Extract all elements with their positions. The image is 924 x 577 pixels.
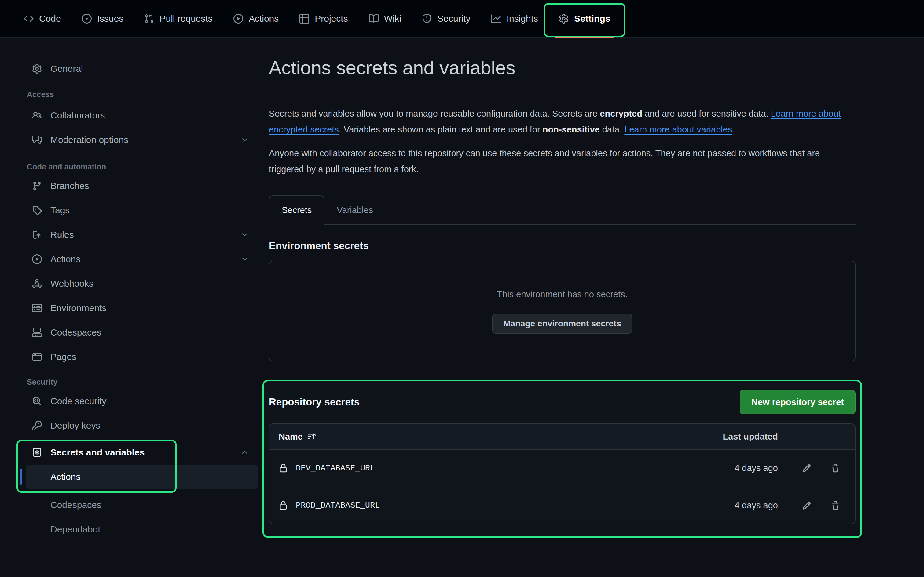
tab-label: Projects [315, 13, 348, 24]
edit-secret-button[interactable] [799, 461, 814, 475]
edit-secret-button[interactable] [799, 498, 814, 513]
tab-code[interactable]: Code [13, 0, 71, 37]
pencil-icon [802, 464, 811, 473]
book-icon [369, 14, 379, 24]
sidebar-item-rules[interactable]: Rules [18, 225, 257, 245]
issue-opened-icon [82, 14, 92, 24]
chevron-up-icon [241, 448, 249, 456]
sidebar-item-branches[interactable]: Branches [18, 176, 257, 196]
sidebar-item-label: Tags [50, 205, 257, 216]
people-icon [32, 111, 42, 120]
tab-label: Settings [574, 13, 610, 24]
sidebar-item-actions[interactable]: Actions [18, 250, 257, 269]
repository-secrets-table: Name Last updated DEV_DATABASE_URL 4 day… [269, 424, 856, 524]
sort-ascending-icon[interactable] [307, 432, 316, 441]
sidebar-item-label: General [50, 63, 257, 74]
sidebar-item-label: Secrets and variables [50, 447, 241, 458]
sidebar-item-label: Environments [50, 303, 257, 313]
page-title: Actions secrets and variables [269, 56, 856, 79]
sidebar-section-security: Security [27, 378, 257, 387]
tab-label: Code [39, 13, 61, 24]
sidebar-item-secrets-and-variables[interactable]: Secrets and variables [18, 443, 257, 462]
key-icon [32, 421, 42, 430]
link-learn-variables[interactable]: Learn more about variables [624, 124, 732, 134]
tab-label: Security [437, 13, 470, 24]
sidebar-item-secrets-codespaces[interactable]: Codespaces [18, 495, 257, 515]
tab-projects[interactable]: Projects [289, 0, 358, 37]
codescan-icon [32, 396, 42, 406]
sidebar-item-label: Webhooks [50, 279, 257, 289]
tab-variables[interactable]: Variables [325, 195, 385, 225]
intro-text: Secrets and variables allow you to manag… [269, 109, 600, 118]
sidebar-divider [18, 372, 250, 372]
sidebar-item-general[interactable]: General [18, 59, 257, 79]
new-repository-secret-button[interactable]: New repository secret [740, 390, 856, 414]
repository-secrets-section: Repository secrets New repository secret… [262, 380, 862, 538]
sidebar-item-secrets-dependabot[interactable]: Dependabot [18, 520, 257, 539]
sidebar-item-secrets-actions[interactable]: Actions [26, 465, 258, 489]
sidebar-item-environments[interactable]: Environments [18, 298, 257, 318]
table-icon [299, 14, 309, 24]
sidebar-item-label: Code security [50, 396, 257, 406]
manage-environment-secrets-button[interactable]: Manage environment secrets [492, 314, 632, 334]
gear-icon [559, 14, 569, 24]
main-content: Actions secrets and variables Secrets an… [269, 52, 856, 538]
browser-icon [32, 352, 42, 362]
title-divider [269, 92, 856, 92]
sidebar-section-access: Access [27, 90, 257, 99]
sidebar-item-label: Codespaces [50, 500, 257, 510]
sidebar-item-moderation-options[interactable]: Moderation options [18, 130, 257, 150]
sidebar-item-label: Dependabot [50, 524, 257, 535]
intro-text: . Variables are shown as plain text and … [339, 124, 543, 134]
tab-issues[interactable]: Issues [71, 0, 134, 37]
tab-security[interactable]: Security [412, 0, 481, 37]
rules-icon [32, 230, 42, 240]
tab-pull-requests[interactable]: Pull requests [134, 0, 223, 37]
comment-discussion-icon [32, 135, 42, 145]
git-branch-icon [32, 181, 42, 191]
sidebar-item-pages[interactable]: Pages [18, 347, 257, 367]
tab-label: Pull requests [160, 13, 212, 24]
tab-insights[interactable]: Insights [481, 0, 548, 37]
secret-name: DEV_DATABASE_URL [296, 464, 375, 473]
key-asterisk-icon [32, 448, 42, 457]
delete-secret-button[interactable] [828, 498, 843, 513]
tab-label: Issues [97, 13, 124, 24]
intro-text: data. [600, 124, 625, 134]
lock-icon [279, 464, 288, 473]
sidebar-item-label: Moderation options [50, 135, 241, 145]
secret-name: PROD_DATABASE_URL [296, 501, 380, 510]
selected-accent-bar [19, 469, 22, 485]
intro-text: and are used for sensitive data. [642, 109, 771, 118]
intro-paragraph: Secrets and variables allow you to manag… [269, 106, 856, 137]
tab-actions[interactable]: Actions [223, 0, 289, 37]
server-icon [32, 303, 42, 313]
sidebar-item-label: Rules [50, 230, 241, 240]
sidebar-item-collaborators[interactable]: Collaborators [18, 106, 257, 125]
lock-icon [279, 501, 288, 510]
name-column-header: Name [279, 432, 316, 442]
name-header-label: Name [279, 432, 303, 442]
environment-secrets-heading: Environment secrets [269, 240, 856, 251]
chevron-down-icon [241, 231, 249, 239]
collaborator-access-paragraph: Anyone with collaborator access to this … [269, 145, 856, 177]
tab-wiki[interactable]: Wiki [359, 0, 412, 37]
last-updated-column-header: Last updated [723, 432, 778, 442]
active-tab-underline [555, 36, 614, 38]
sidebar-item-code-security[interactable]: Code security [18, 392, 257, 411]
settings-sidebar: General Access Collaborators Moderation … [18, 56, 257, 544]
secret-last-updated: 4 days ago [735, 500, 778, 511]
tab-secrets[interactable]: Secrets [269, 195, 325, 225]
repository-secrets-header: Repository secrets New repository secret [269, 388, 856, 416]
sidebar-item-webhooks[interactable]: Webhooks [18, 274, 257, 293]
graph-icon [491, 14, 501, 24]
sidebar-item-deploy-keys[interactable]: Deploy keys [18, 416, 257, 435]
sidebar-item-codespaces[interactable]: Codespaces [18, 323, 257, 342]
sidebar-item-tags[interactable]: Tags [18, 201, 257, 220]
repo-nav: Code Issues Pull requests Actions Projec… [0, 0, 924, 38]
delete-secret-button[interactable] [828, 461, 843, 475]
table-header-row: Name Last updated [270, 424, 855, 450]
sidebar-item-label: Codespaces [50, 327, 257, 338]
tab-settings[interactable]: Settings [548, 0, 620, 37]
trash-icon [831, 501, 840, 510]
